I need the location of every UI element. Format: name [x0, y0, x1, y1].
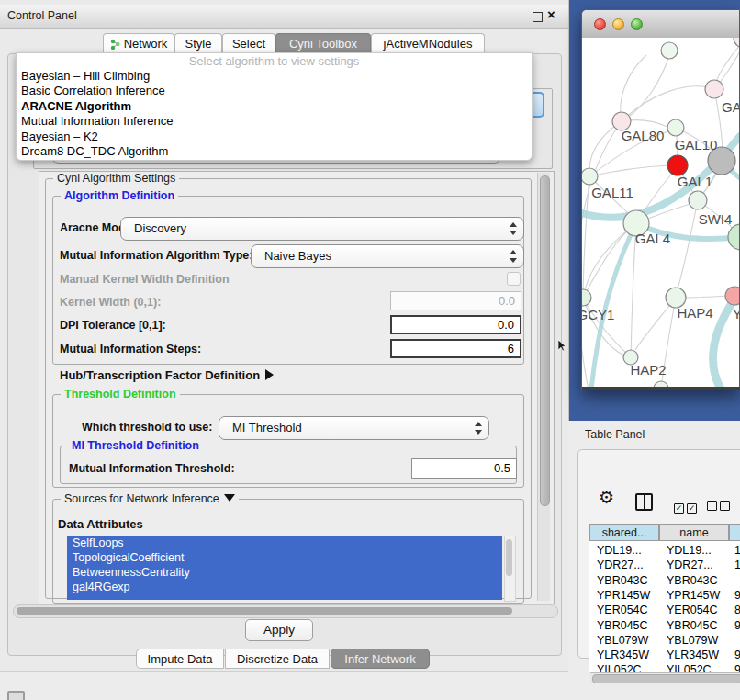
network-node-label: GCY1 — [582, 307, 614, 322]
table-panel-title: Table Panel — [585, 428, 645, 441]
table-cell: 9. — [734, 618, 740, 633]
deselect-all-checkboxes-icon[interactable] — [707, 498, 740, 514]
tab-discretize-data[interactable]: Discretize Data — [225, 649, 330, 669]
table-row[interactable]: YER054CYER054C8. — [589, 603, 740, 617]
table-cell: YDR27... — [597, 558, 659, 572]
network-edge[interactable] — [622, 86, 709, 121]
table-column-header[interactable]: A — [729, 524, 740, 541]
sources-title[interactable]: Sources for Network Inference — [61, 492, 239, 505]
network-node[interactable] — [705, 80, 723, 98]
network-node-label: HAP4 — [677, 305, 712, 321]
table-row[interactable]: YPR145WYPR145W9. — [589, 588, 740, 603]
network-edge[interactable] — [630, 55, 669, 116]
tab-select[interactable]: Select — [222, 33, 275, 53]
table-column-header[interactable]: shared... — [589, 524, 659, 541]
data-attribute-item[interactable]: BetweennessCentrality — [67, 565, 502, 580]
mi-algorithm-type-combobox[interactable]: Naive Bayes — [251, 244, 524, 268]
table-column-header[interactable]: name — [659, 524, 729, 541]
algorithm-option[interactable]: Bayesian – K2 — [17, 130, 532, 144]
table-horizontal-scrollbar[interactable] — [590, 672, 740, 683]
dock-mini-icon[interactable] — [7, 691, 25, 700]
algorithm-option[interactable]: Basic Correlation Inference — [17, 84, 532, 98]
settings-vertical-scrollbar[interactable] — [537, 173, 550, 601]
tab-jactivemnodules[interactable]: jActiveMNodules — [371, 33, 485, 53]
network-node-label: GAL10 — [675, 137, 718, 152]
stepper-icon — [474, 422, 482, 435]
close-icon[interactable]: × — [547, 6, 555, 22]
network-edge[interactable] — [678, 200, 698, 289]
network-window-titlebar[interactable] — [582, 10, 739, 40]
network-node-label: GAL80 — [622, 128, 665, 143]
network-node[interactable] — [734, 38, 739, 48]
control-panel-window: Control Panel × Network Style Select Cyn… — [0, 0, 569, 672]
algorithm-dropdown-list: Bayesian – Hill ClimbingBasic Correlatio… — [17, 69, 532, 159]
network-node-label: SWI4 — [699, 211, 733, 227]
table-cell: YPR145W — [597, 588, 659, 603]
minimize-traffic-light[interactable] — [612, 18, 624, 30]
table-row[interactable]: YIL052CYIL052C9. — [589, 662, 740, 672]
data-attributes-label: Data Attributes — [58, 517, 143, 531]
hub-definition-toggle[interactable]: Hub/Transcription Factor Definition — [60, 368, 274, 382]
network-node[interactable] — [667, 155, 688, 175]
aracne-mode-combobox[interactable]: Discovery — [120, 217, 524, 241]
network-node[interactable] — [725, 287, 739, 305]
collapse-down-icon — [224, 494, 235, 502]
close-traffic-light[interactable] — [594, 18, 606, 30]
network-edge[interactable] — [582, 121, 622, 387]
which-threshold-combobox[interactable]: MI Threshold — [219, 416, 489, 440]
mi-steps-label: Mutual Information Steps: — [60, 343, 201, 356]
network-node[interactable] — [661, 42, 678, 59]
data-attribute-item[interactable]: TopologicalCoefficient — [67, 550, 502, 565]
table-row[interactable]: YLR345WYLR345W9. — [589, 648, 740, 662]
network-edge[interactable] — [589, 165, 669, 176]
network-canvas[interactable]: GALGAL80GAL10GAL1GAL11SWI4GAL4GCY1HAP4YH… — [582, 38, 739, 387]
algorithm-option[interactable]: ARACNE Algorithm — [17, 99, 532, 114]
column-layout-icon[interactable] — [635, 493, 653, 511]
algorithm-option[interactable]: Dream8 DC_TDC Algorithm — [17, 144, 532, 159]
apply-button[interactable]: Apply — [245, 619, 313, 641]
table-row[interactable]: YDL19...YDL19...13 — [589, 543, 740, 558]
dpi-tolerance-field[interactable]: 0.0 — [390, 315, 521, 334]
tab-impute-data[interactable]: Impute Data — [136, 649, 224, 669]
network-node[interactable] — [689, 191, 707, 209]
cyni-algorithm-settings-title: Cyni Algorithm Settings — [53, 172, 179, 185]
kernel-width-field[interactable]: 0.0 — [390, 291, 521, 310]
network-edge[interactable] — [583, 176, 589, 290]
float-window-icon[interactable] — [533, 12, 543, 22]
mi-steps-field[interactable]: 6 — [390, 339, 521, 358]
node-table: shared...nameAYDL19...YDL19...13YDR27...… — [589, 524, 740, 672]
table-cell: YIL052C — [667, 662, 729, 672]
network-node[interactable] — [667, 119, 684, 136]
mi-threshold-field[interactable]: 0.5 — [411, 458, 517, 479]
table-row[interactable]: YBR045CYBR045C9. — [589, 618, 740, 633]
tab-cyni-toolbox[interactable]: Cyni Toolbox — [275, 33, 371, 53]
network-node[interactable] — [582, 168, 598, 185]
table-row[interactable]: YBR043CYBR043C — [589, 573, 740, 588]
data-attribute-item[interactable]: SelfLoops — [67, 536, 502, 550]
settings-horizontal-scrollbar[interactable] — [13, 604, 558, 618]
gear-icon[interactable]: ⚙ — [599, 487, 614, 508]
network-node[interactable] — [728, 224, 739, 250]
attributes-list-scrollbar[interactable] — [504, 536, 516, 602]
data-attributes-list: SelfLoopsTopologicalCoefficientBetweenne… — [67, 536, 502, 600]
table-cell: YER054C — [597, 603, 659, 617]
table-cell: 9. — [734, 588, 740, 603]
tab-network[interactable]: Network — [103, 33, 174, 53]
select-all-checkboxes-icon[interactable]: ✓✓ — [674, 498, 711, 514]
table-row[interactable]: YDR27...YDR27...12 — [589, 558, 740, 572]
tab-style[interactable]: Style — [174, 33, 222, 53]
data-attribute-item[interactable]: gal4RGexp — [67, 580, 502, 594]
network-edge[interactable] — [716, 40, 739, 83]
algorithm-option[interactable]: Bayesian – Hill Climbing — [17, 69, 532, 84]
table-cell: 9. — [734, 648, 740, 662]
control-panel-titlebar[interactable]: Control Panel × — [0, 5, 568, 29]
manual-kernel-width-checkbox[interactable] — [507, 272, 521, 286]
table-cell: YBL079W — [597, 633, 659, 648]
table-row[interactable]: YBL079WYBL079W — [589, 633, 740, 648]
table-cell: 9. — [734, 662, 740, 672]
tab-infer-network[interactable]: Infer Network — [331, 649, 430, 669]
zoom-traffic-light[interactable] — [631, 18, 643, 30]
network-window-bottom-border — [582, 387, 740, 390]
network-node[interactable] — [582, 289, 591, 306]
algorithm-option[interactable]: Mutual Information Inference — [17, 114, 532, 129]
